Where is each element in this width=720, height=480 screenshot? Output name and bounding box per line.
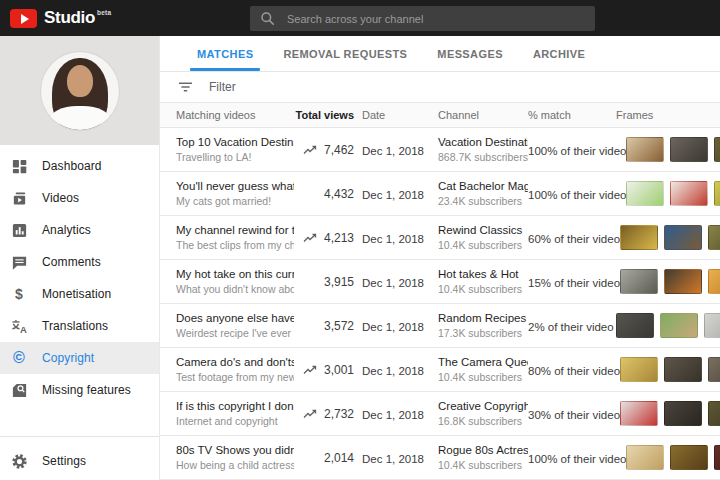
table-row[interactable]: My hot take on this current socia... Wha… xyxy=(160,260,720,304)
filter-icon xyxy=(178,80,193,94)
date-cell: Dec 1, 2018 xyxy=(362,449,432,467)
frames-cell xyxy=(626,181,720,206)
sidebar-item-videos[interactable]: Videos xyxy=(0,182,159,214)
channel-name: Hot takes & Hot xyxy=(438,267,528,282)
table-row[interactable]: If is this copyright I don't want to ...… xyxy=(160,392,720,436)
channel-subscribers: 17.3K subscribers xyxy=(438,326,528,340)
table-row[interactable]: Camera do's and don'ts Test footage from… xyxy=(160,348,720,392)
col-header-total-views[interactable]: Total views xyxy=(294,109,354,121)
tabs-bar: MATCHES REMOVAL REQUESTS MESSAGES ARCHIV… xyxy=(160,36,720,72)
date-value: Dec 1, 2018 xyxy=(362,189,424,201)
match-cell: 60% of their video xyxy=(528,229,620,247)
tab-archive[interactable]: ARCHIVE xyxy=(518,36,600,71)
frame-thumbnail xyxy=(616,313,654,338)
sidebar-item-missing-features[interactable]: Missing features xyxy=(0,374,159,406)
sidebar-nav: Dashboard Videos xyxy=(0,145,159,477)
date-cell: Dec 1, 2018 xyxy=(362,273,432,291)
channel-subscribers: 10.4K subscribers xyxy=(438,370,528,384)
frame-thumbnail xyxy=(620,269,658,294)
frame-thumbnail xyxy=(660,313,698,338)
sidebar-item-copyright[interactable]: © Copyright xyxy=(0,342,159,374)
views-cell: 3,572 xyxy=(294,319,354,333)
frame-thumbnail xyxy=(620,357,658,382)
frames-cell xyxy=(620,357,720,382)
settings-gear-icon xyxy=(10,452,28,470)
col-header-match[interactable]: % match xyxy=(528,109,616,121)
channel-subscribers: 10.4K subscribers xyxy=(438,282,528,296)
views-cell: 2,732 xyxy=(294,407,354,421)
video-cell: If is this copyright I don't want to ...… xyxy=(160,399,294,428)
video-title: If is this copyright I don't want to ... xyxy=(176,399,294,414)
youtube-studio-logo[interactable]: Studio beta xyxy=(10,8,111,28)
sidebar-item-label: Translations xyxy=(42,319,108,333)
channel-subscribers: 23.4K subscribers xyxy=(438,194,528,208)
match-cell: 2% of their video xyxy=(528,317,616,335)
channel-name: The Camera Queens xyxy=(438,355,528,370)
video-cell: 80s TV Shows you didn't know w... How be… xyxy=(160,443,294,472)
col-header-date[interactable]: Date xyxy=(362,109,432,121)
channel-subscribers: 10.4K subscribers xyxy=(438,238,528,252)
frame-thumbnail xyxy=(714,445,720,470)
match-cell: 100% of their video xyxy=(528,449,626,467)
frames-cell xyxy=(620,225,720,250)
sidebar-item-settings[interactable]: Settings xyxy=(0,445,159,477)
total-views-value: 2,732 xyxy=(324,407,354,421)
videos-icon xyxy=(10,189,28,207)
trending-icon xyxy=(303,365,318,375)
date-value: Dec 1, 2018 xyxy=(362,365,424,377)
filter-bar[interactable]: Filter xyxy=(160,72,720,103)
channel-name: Creative Copyright xyxy=(438,399,528,414)
frames-cell xyxy=(620,269,720,294)
frame-thumbnail xyxy=(670,137,708,162)
frame-thumbnail xyxy=(670,181,708,206)
views-cell: 2,014 xyxy=(294,451,354,465)
video-cell: You'll never guess what happen... My cat… xyxy=(160,179,294,208)
channel-avatar[interactable] xyxy=(41,52,119,130)
col-header-channel[interactable]: Channel xyxy=(438,109,528,121)
video-cell: My channel rewind for the year The best … xyxy=(160,223,294,252)
sidebar-item-label: Dashboard xyxy=(42,159,102,173)
video-subtitle: How being a child actress affected xyxy=(176,458,294,472)
dashboard-icon xyxy=(10,157,28,175)
table-row[interactable]: My channel rewind for the year The best … xyxy=(160,216,720,260)
table-row[interactable]: You'll never guess what happen... My cat… xyxy=(160,172,720,216)
table-row[interactable]: Does anyone else have these wei... Weird… xyxy=(160,304,720,348)
video-title: You'll never guess what happen... xyxy=(176,179,294,194)
tab-removal-requests[interactable]: REMOVAL REQUESTS xyxy=(268,36,422,71)
col-header-matching-videos[interactable]: Matching videos xyxy=(160,109,294,121)
video-cell: Camera do's and don'ts Test footage from… xyxy=(160,355,294,384)
missing-features-icon xyxy=(10,381,28,399)
comments-icon xyxy=(10,253,28,271)
search-input[interactable] xyxy=(287,13,567,25)
tab-label: REMOVAL REQUESTS xyxy=(283,48,407,60)
table-row[interactable]: Top 10 Vacation Destinations Travelling … xyxy=(160,128,720,172)
sidebar-item-monetisation[interactable]: $ Monetisation xyxy=(0,278,159,310)
table-row[interactable]: 80s TV Shows you didn't know w... How be… xyxy=(160,436,720,480)
date-value: Dec 1, 2018 xyxy=(362,233,424,245)
tab-messages[interactable]: MESSAGES xyxy=(422,36,518,71)
tab-matches[interactable]: MATCHES xyxy=(182,36,268,71)
views-cell: 4,432 xyxy=(294,187,354,201)
sidebar-item-dashboard[interactable]: Dashboard xyxy=(0,150,159,182)
date-value: Dec 1, 2018 xyxy=(362,321,424,333)
sidebar-item-comments[interactable]: Comments xyxy=(0,246,159,278)
total-views-value: 3,572 xyxy=(324,319,354,333)
total-views-value: 3,915 xyxy=(324,275,354,289)
sidebar-item-analytics[interactable]: Analytics xyxy=(0,214,159,246)
channel-name: Cat Bachelor Magazi... xyxy=(438,179,528,194)
frames-cell xyxy=(626,445,720,470)
frame-thumbnail xyxy=(626,445,664,470)
frame-thumbnail xyxy=(670,445,708,470)
frame-thumbnail xyxy=(664,225,702,250)
date-cell: Dec 1, 2018 xyxy=(362,185,432,203)
col-header-frames[interactable]: Frames xyxy=(616,109,720,121)
sidebar-item-translations[interactable]: A Translations xyxy=(0,310,159,342)
date-cell: Dec 1, 2018 xyxy=(362,141,432,159)
match-cell: 15% of their video xyxy=(528,273,620,291)
date-value: Dec 1, 2018 xyxy=(362,409,424,421)
trending-icon xyxy=(303,233,318,243)
channel-name: Rogue 80s Actress xyxy=(438,443,528,458)
frame-thumbnail xyxy=(626,137,664,162)
channel-search-box[interactable] xyxy=(250,6,595,31)
match-cell: 30% of their video xyxy=(528,405,620,423)
